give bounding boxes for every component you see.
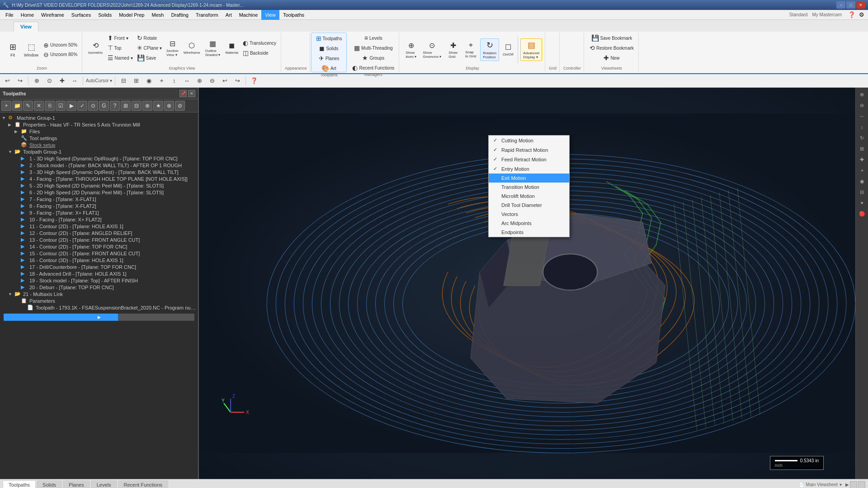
panel-tb-opt5[interactable]: ⊗ (164, 101, 174, 111)
panel-tb-run[interactable]: ▶ (66, 101, 76, 111)
panel-tb-select[interactable]: ☑ (56, 101, 66, 111)
panel-tb-copy[interactable]: ⎘ (45, 101, 55, 111)
tree-item-tp-7[interactable]: ▶ 7 - Facing - [Tplane: X-FLAT1] (2, 196, 196, 202)
ribbon-btn-window[interactable]: ⬚ Window (22, 41, 41, 59)
menu-transform[interactable]: Transform (192, 10, 222, 20)
toolbar-btn-15[interactable]: ❓ (249, 75, 259, 86)
drop-feed-retract[interactable]: ✓ Feed Retract Motion (489, 155, 569, 164)
drop-endpoints[interactable]: Endpoints (489, 228, 569, 237)
toolbar-btn-12[interactable]: ⊖ (207, 75, 217, 86)
panel-tb-simulate[interactable]: ⊙ (88, 101, 98, 111)
toolbar-btn-4[interactable]: ↔ (69, 75, 80, 86)
panel-tb-opt3[interactable]: ⊕ (142, 101, 152, 111)
tree-item-tp-5[interactable]: ▶ 5 - 2D High Speed (2D Dynamic Peel Mil… (2, 182, 196, 189)
panel-close-button[interactable]: ✕ (188, 90, 195, 97)
tree-item-properties[interactable]: ▶ 📋 Properties - Haas VF - TR Series 5 A… (2, 121, 196, 128)
toolbar-btn-10[interactable]: ↔ (181, 75, 192, 86)
ribbon-btn-section-view[interactable]: ⊟ SectionView ▾ (164, 38, 181, 58)
btab-levels[interactable]: Levels (91, 480, 117, 488)
tree-item-tp-8[interactable]: ▶ 8 - Facing - [Tplane: X-FLAT2] (2, 202, 196, 209)
rs-btn-highlight[interactable]: 🔴 (857, 209, 867, 219)
menu-drafting[interactable]: Drafting (167, 10, 192, 20)
settings-icon[interactable]: ⚙ (857, 11, 866, 18)
tree-item-tp-21[interactable]: ▼ 📂 21 - Multiaxis Link (2, 291, 196, 297)
tree-item-tp-16[interactable]: ▶ 16 - Contour (3D) - [Tplane: HOLE AXIS… (2, 257, 196, 263)
drop-rapid-retract[interactable]: ✓ Rapid Retract Motion (489, 145, 569, 155)
ribbon-btn-restore-bookmark[interactable]: ⟲Restore Bookmark (588, 43, 636, 52)
ribbon-btn-multithreading[interactable]: ▦Multi-Threading (352, 43, 394, 52)
canvas-area[interactable]: X Y Z 0.5343 in Inch (199, 88, 855, 479)
close-button[interactable]: ✕ (856, 1, 865, 9)
panel-tb-opt1[interactable]: ⊞ (121, 101, 131, 111)
rs-btn-pan-h[interactable]: ↔ (857, 111, 867, 121)
drop-exit-motion[interactable]: Exit Motion (489, 174, 569, 183)
ribbon-btn-show-gnomons[interactable]: ⊙ ShowGnomons ▾ (420, 40, 443, 60)
tree-item-tp-13[interactable]: ▶ 13 - Contour (2D) - [Tplane: FRONT ANG… (2, 236, 196, 243)
tab-fit[interactable] (0, 22, 14, 32)
tree-item-tp-20[interactable]: ▶ 20 - Deburr - [Tplane: TOP FOR CNC] (2, 284, 196, 291)
drop-cutting-motion[interactable]: ✓ Cutting Motion (489, 136, 569, 145)
ribbon-btn-unzoom80[interactable]: ⊖ Unzoom 80% (42, 50, 79, 59)
tree-item-stocksetup[interactable]: 📦 Stock setup (2, 141, 196, 148)
btab-recent[interactable]: Recent Functions (118, 480, 169, 488)
tree-item-parameters[interactable]: 📋 Parameters (2, 297, 196, 304)
ribbon-btn-rotate[interactable]: ↻Rotate (135, 33, 164, 42)
toolbar-btn-8[interactable]: ⌖ (156, 75, 167, 86)
tree-item-toolsettings[interactable]: 🔧 Tool settings (2, 135, 196, 141)
drop-transition-motion[interactable]: Transition Motion (489, 183, 569, 192)
panel-tb-opt4[interactable]: ★ (153, 101, 163, 111)
panel-tb-opt2[interactable]: ⊟ (132, 101, 142, 111)
menu-view[interactable]: View (261, 10, 279, 20)
ribbon-btn-advanced-display[interactable]: ▤ AdvancedDisplay ▾ (520, 38, 542, 61)
rs-btn-rotate[interactable]: ↻ (857, 133, 867, 143)
ribbon-btn-isometric[interactable]: ⟲ Isometric (86, 40, 105, 56)
panel-tb-new[interactable]: + (1, 101, 11, 111)
toolbar-btn-2[interactable]: ⊙ (44, 75, 55, 86)
rs-btn-zoom-out[interactable]: ⊖ (857, 100, 867, 110)
tree-item-tp-19[interactable]: ▶ 19 - Stock model - [Tplane: Top] - AFT… (2, 277, 196, 284)
toolbar-btn-9[interactable]: ↕ (169, 75, 179, 86)
ribbon-btn-rotation-position[interactable]: ↻ RotationPosition (480, 38, 499, 61)
toolbar-btn-6[interactable]: ⊞ (131, 75, 142, 86)
toolbar-undo[interactable]: ↩ (2, 75, 13, 86)
drop-vectors[interactable]: Vectors (489, 210, 569, 219)
scroll-right[interactable]: ▶ (858, 481, 865, 488)
toolbar-btn-14[interactable]: ↪ (232, 75, 243, 86)
menu-art[interactable]: Art (222, 10, 236, 20)
menu-wireframe[interactable]: Wireframe (38, 10, 68, 20)
menu-solids[interactable]: Solids (94, 10, 115, 20)
rs-btn-select[interactable]: ✚ (857, 155, 867, 164)
panel-tb-post[interactable]: G (99, 101, 109, 111)
tree-item-tp-15[interactable]: ▶ 15 - Contour (2D) - [Tplane: FRONT ANG… (2, 250, 196, 257)
panel-tb-edit[interactable]: ✎ (23, 101, 33, 111)
ribbon-btn-cplane[interactable]: ✳CPlane ▾ (135, 43, 164, 52)
ribbon-btn-save[interactable]: 💾Save (135, 53, 164, 62)
ribbon-btn-front[interactable]: ⬆Front ▾ (106, 33, 135, 42)
tree-item-machinegroup[interactable]: ▼ ⚙ Machine Group-1 (2, 114, 196, 121)
tree-item-tp-1[interactable]: ▶ 1 - 3D High Speed (Dynamic OptRough) -… (2, 155, 196, 162)
rs-btn-pan-v[interactable]: ↕ (857, 122, 867, 132)
tree-container[interactable]: ▼ ⚙ Machine Group-1 ▶ 📋 Properties - Haa… (0, 113, 198, 479)
maximize-button[interactable]: □ (846, 1, 855, 9)
toolbar-btn-13[interactable]: ↩ (219, 75, 230, 86)
ribbon-btn-backside[interactable]: ◫Backside (241, 48, 278, 57)
ribbon-btn-wireframe[interactable]: ⬡ Wireframe (181, 40, 203, 56)
btab-solids[interactable]: Solids (37, 480, 62, 488)
rs-btn-view2[interactable]: ⊟ (857, 187, 867, 197)
rs-btn-view1[interactable]: ◉ (857, 176, 867, 186)
tree-item-tp-14[interactable]: ▶ 14 - Contour (2D) - [Tplane: TOP FOR C… (2, 243, 196, 250)
rs-btn-fit[interactable]: ⊞ (857, 144, 867, 154)
toolbar-btn-1[interactable]: ⊕ (31, 75, 42, 86)
ribbon-btn-new-viewsheet[interactable]: ✚New (602, 53, 621, 62)
toolbar-btn-3[interactable]: ✚ (57, 75, 67, 86)
help-icon[interactable]: ❓ (846, 11, 857, 18)
ribbon-btn-save-bookmark[interactable]: 💾Save Bookmark (590, 33, 634, 42)
toolbar-redo[interactable]: ↪ (14, 75, 25, 86)
ribbon-btn-unzoom50[interactable]: ⊕ Unzoom 50% (42, 41, 79, 50)
ribbon-btn-toolpaths-mgr[interactable]: ⊞Toolpaths (314, 34, 344, 43)
menu-file[interactable]: File (2, 10, 17, 20)
tree-item-tp-2[interactable]: ▶ 2 - Stock model - (Tplane: BACK WALL T… (2, 162, 196, 169)
menu-machine[interactable]: Machine (236, 10, 262, 20)
drop-microlift-motion[interactable]: Microlift Motion (489, 192, 569, 201)
tree-item-tp-10[interactable]: ▶ 10 - Facing - [Tplane: X+ FLAT2] (2, 216, 196, 223)
